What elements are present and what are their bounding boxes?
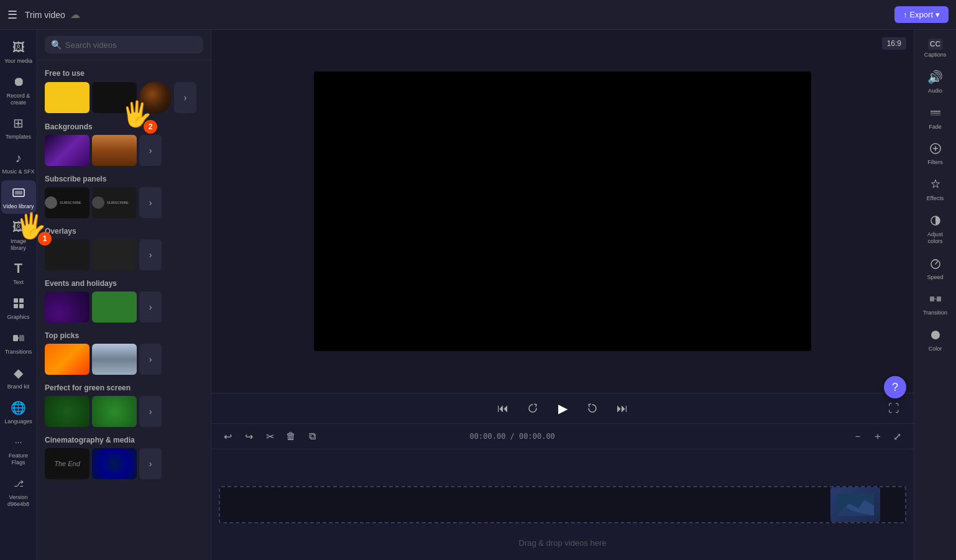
export-button[interactable]: ↑ Export ▾	[894, 6, 949, 23]
event-thumb-1[interactable]	[45, 291, 90, 323]
forward-button[interactable]	[582, 398, 602, 418]
sidebar-item-languages[interactable]: 🌐 Languages	[1, 395, 36, 429]
undo-button[interactable]: ↩	[219, 428, 236, 445]
video-library-label: Video library	[3, 203, 34, 210]
right-item-effects[interactable]: Effects	[916, 172, 955, 206]
redo-button[interactable]: ↪	[240, 428, 257, 445]
text-icon: T	[10, 260, 27, 277]
svg-rect-7	[19, 335, 24, 341]
gs-thumb-2[interactable]	[92, 396, 137, 427]
export-label: Export	[909, 10, 933, 19]
free-more-button[interactable]: ›	[174, 82, 196, 113]
transition-label: Transition	[923, 310, 947, 316]
right-item-audio[interactable]: 🔊 Audio	[916, 65, 955, 98]
bg-thumb-1[interactable]	[45, 135, 90, 166]
top-picks-more-button[interactable]: ›	[139, 344, 162, 375]
sidebar-item-video-library[interactable]: Video library	[1, 180, 36, 214]
svg-rect-20	[937, 296, 941, 301]
color-icon	[927, 326, 944, 344]
sub-thumb-2[interactable]: SUBSCRIBE	[92, 187, 137, 218]
sidebar-item-music-sfx[interactable]: ♪ Music & SFX	[1, 145, 36, 179]
skip-forward-button[interactable]: ⏭	[612, 398, 632, 418]
main-layout: 🖼 Your media ⏺ Record &create ⊞ Template…	[0, 30, 956, 560]
left-sidebar: 🖼 Your media ⏺ Record &create ⊞ Template…	[0, 30, 37, 560]
expand-timeline-button[interactable]: ⤢	[889, 428, 906, 445]
templates-icon: ⊞	[10, 114, 27, 132]
cloud-icon: ☁	[70, 9, 80, 21]
top-thumb-2[interactable]	[92, 344, 137, 375]
graphics-icon	[10, 295, 27, 312]
gs-thumb-1[interactable]	[45, 396, 90, 427]
overlay-more-button[interactable]: ›	[139, 239, 162, 270]
timeline-content: Drag & drop videos here	[211, 449, 914, 560]
search-area: 🔍	[37, 30, 211, 60]
hamburger-button[interactable]: ☰	[7, 8, 17, 22]
delete-button[interactable]: 🗑	[282, 428, 300, 445]
free-thumb-3[interactable]	[139, 81, 172, 114]
svg-rect-1	[15, 191, 22, 195]
time-total: 00:00.00	[519, 432, 555, 441]
music-sfx-label: Music & SFX	[2, 168, 35, 175]
bg-thumb-2[interactable]	[92, 135, 137, 166]
gs-more-button[interactable]: ›	[139, 396, 162, 427]
cut-button[interactable]: ✂	[261, 428, 278, 445]
skip-back-button[interactable]: ⏮	[493, 398, 513, 418]
sidebar-item-feature-flags[interactable]: ··· FeatureFlags	[1, 429, 36, 470]
zoom-controls: － ＋ ⤢	[849, 428, 906, 445]
audio-icon: 🔊	[927, 68, 944, 86]
sidebar-item-image-library[interactable]: 🖼 Image library	[1, 215, 36, 255]
right-item-adjust-colors[interactable]: Adjustcolors	[916, 208, 955, 249]
sub-more-button[interactable]: ›	[139, 187, 162, 218]
sidebar-item-your-media[interactable]: 🖼 Your media	[1, 35, 36, 68]
search-box[interactable]: 🔍	[45, 36, 203, 53]
sidebar-item-graphics[interactable]: Graphics	[1, 291, 36, 324]
transitions-icon	[10, 329, 27, 347]
help-button[interactable]: ?	[884, 376, 906, 398]
right-item-captions[interactable]: CC Captions	[916, 35, 955, 62]
aspect-ratio-badge: 16:9	[882, 37, 906, 50]
timeline-area: ↩ ↪ ✂ 🗑 ⧉ 00:00.00 / 00:00.00 － ＋ ⤢	[211, 423, 914, 560]
video-canvas	[314, 71, 811, 351]
fullscreen-button[interactable]: ⛶	[884, 398, 904, 418]
version-label: Versiond96e4b8	[7, 494, 29, 508]
playback-controls: ⏮ ▶ ⏭ ⛶	[211, 393, 914, 423]
timeline-track-bg[interactable]	[219, 486, 906, 523]
event-thumb-2[interactable]	[92, 291, 137, 323]
svg-rect-6	[13, 335, 18, 341]
cine-thumb-1[interactable]: The End	[45, 448, 90, 479]
captions-label: Captions	[924, 52, 947, 58]
overlay-thumb-2[interactable]	[92, 239, 137, 270]
play-button[interactable]: ▶	[553, 398, 572, 418]
sidebar-item-version[interactable]: ⎇ Versiond96e4b8	[1, 471, 36, 512]
right-item-transition[interactable]: Transition	[916, 287, 955, 320]
zoom-out-button[interactable]: －	[849, 428, 866, 445]
video-clip[interactable]	[830, 487, 880, 522]
video-preview: 16:9	[211, 30, 914, 393]
timeline-toolbar: ↩ ↪ ✂ 🗑 ⧉ 00:00.00 / 00:00.00 － ＋ ⤢	[211, 424, 914, 449]
cine-thumb-2[interactable]	[92, 448, 137, 479]
sidebar-item-transitions[interactable]: Transitions	[1, 326, 36, 359]
right-item-color[interactable]: Color	[916, 323, 955, 356]
zoom-in-button[interactable]: ＋	[869, 428, 886, 445]
sidebar-item-brand-kit[interactable]: ◆ Brand kit	[1, 360, 36, 394]
sidebar-item-text[interactable]: T Text	[1, 256, 36, 290]
right-item-filters[interactable]: Filters	[916, 136, 955, 170]
top-thumb-1[interactable]	[45, 344, 90, 375]
bg-more-button[interactable]: ›	[139, 135, 162, 166]
time-display: 00:00.00 / 00:00.00	[470, 432, 555, 441]
cine-more-button[interactable]: ›	[139, 448, 162, 479]
copy-button[interactable]: ⧉	[303, 428, 321, 445]
replay-button[interactable]	[523, 398, 543, 418]
free-thumb-2[interactable]	[92, 82, 137, 113]
search-input[interactable]	[65, 40, 197, 50]
right-item-fade[interactable]: Fade	[916, 101, 955, 134]
sub-thumb-1[interactable]: SUBSCRIBE	[45, 187, 90, 218]
right-item-speed[interactable]: Speed	[916, 251, 955, 285]
time-current: 00:00.00	[470, 432, 506, 441]
sidebar-item-record[interactable]: ⏺ Record &create	[1, 70, 36, 110]
free-thumb-1[interactable]	[45, 82, 90, 113]
overlay-thumb-1[interactable]	[45, 239, 90, 270]
sidebar-item-templates[interactable]: ⊞ Templates	[1, 111, 36, 144]
feature-flags-icon: ···	[10, 433, 27, 451]
events-more-button[interactable]: ›	[139, 291, 162, 323]
